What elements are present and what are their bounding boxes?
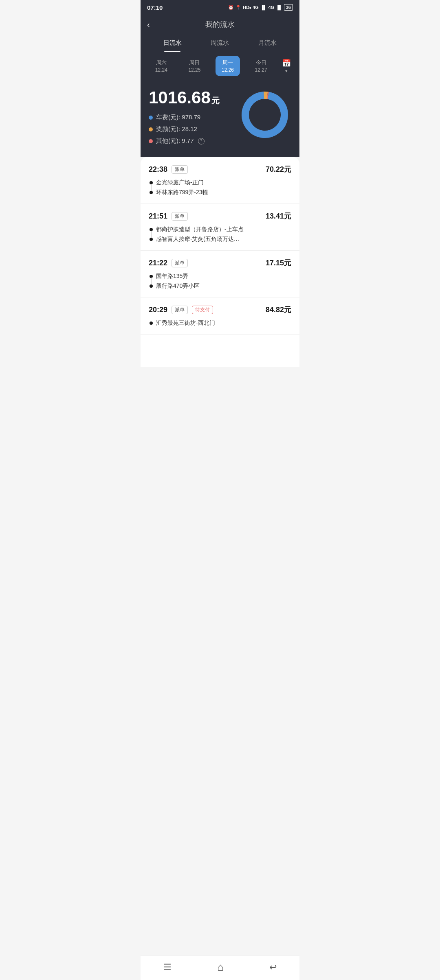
fare-dot xyxy=(149,116,153,120)
donut-svg xyxy=(238,88,291,141)
route-destination: 感智盲人按摩·艾灸(五角场万达… xyxy=(150,236,291,243)
status-bar: 07:10 ⏰ 📍 HD₂ 4G ▐▌ 4G ▐▌ 36 xyxy=(141,0,299,15)
breakdown-list: 车费(元): 978.79 奖励(元): 28.12 其他(元): 9.77 ? xyxy=(149,114,220,145)
signal-bars: ▐▌ xyxy=(260,5,267,10)
trip-item: 22:38 派单 70.22元 金光绿庭广场-正门 环林东路799弄-23幢 xyxy=(141,157,299,204)
route-destination: 环林东路799弄-23幢 xyxy=(150,189,291,196)
origin-dot xyxy=(150,322,153,325)
day-selector: 周六 12.24 周日 12.25 周一 12.26 今日 12.27 📅 ▾ xyxy=(141,52,299,80)
location-icon: 📍 xyxy=(235,5,241,10)
breakdown-bonus: 奖励(元): 28.12 xyxy=(149,125,220,133)
trip-meta: 22:38 派单 xyxy=(149,165,188,174)
total-amount: 1016.68元 xyxy=(149,88,220,107)
route-origin: 汇秀景苑三街坊-西北门 xyxy=(150,319,291,327)
trip-item: 21:51 派单 13.41元 都尚护肤造型（开鲁路店）-上车点 感智盲人按摩·… xyxy=(141,204,299,251)
help-icon[interactable]: ? xyxy=(198,138,205,144)
chevron-down-icon: ▾ xyxy=(285,68,288,74)
trip-route: 国年路135弄 殷行路470弄小区 xyxy=(149,273,291,290)
trip-meta: 20:29 派单 待支付 xyxy=(149,306,213,314)
home-button[interactable]: ⌂ xyxy=(217,961,224,973)
trip-meta: 21:22 派单 xyxy=(149,259,188,267)
trip-header: 21:51 派单 13.41元 xyxy=(149,211,291,221)
donut-chart xyxy=(238,88,291,141)
route-origin: 国年路135弄 xyxy=(150,273,291,280)
signal-bars-2: ▐▌ xyxy=(276,5,282,10)
trip-header: 20:29 派单 待支付 84.82元 xyxy=(149,305,291,315)
trip-header: 22:38 派单 70.22元 xyxy=(149,164,291,174)
bonus-dot xyxy=(149,127,153,131)
trip-route: 都尚护肤造型（开鲁路店）-上车点 感智盲人按摩·艾灸(五角场万达… xyxy=(149,226,291,243)
dest-dot xyxy=(150,238,153,241)
calendar-icon: 📅 xyxy=(282,59,291,68)
summary-section: 1016.68元 车费(元): 978.79 奖励(元): 28.12 其他(元… xyxy=(141,80,299,157)
trip-item: 21:22 派单 17.15元 国年路135弄 殷行路470弄小区 xyxy=(141,251,299,298)
page-title: 我的流水 xyxy=(205,20,235,29)
calendar-button[interactable]: 📅 ▾ xyxy=(282,59,291,74)
alarm-icon: ⏰ xyxy=(228,5,234,10)
day-sat[interactable]: 周六 12.24 xyxy=(149,56,174,76)
signal-4g-1: 4G xyxy=(253,5,259,10)
battery-icon: 36 xyxy=(284,4,293,11)
route-origin: 金光绿庭广场-正门 xyxy=(150,179,291,186)
breakdown-other: 其他(元): 9.77 ? xyxy=(149,137,220,145)
day-sun[interactable]: 周日 12.25 xyxy=(182,56,207,76)
header: ‹ 我的流水 xyxy=(141,15,299,34)
signal-4g-2: 4G xyxy=(268,5,274,10)
trip-meta: 21:51 派单 xyxy=(149,212,188,221)
tab-monthly[interactable]: 月流水 xyxy=(250,34,285,52)
trip-list: 22:38 派单 70.22元 金光绿庭广场-正门 环林东路799弄-23幢 2… xyxy=(141,157,299,367)
tab-bar: 日流水 周流水 月流水 xyxy=(141,34,299,52)
other-dot xyxy=(149,139,153,143)
trip-route: 汇秀景苑三街坊-西北门 xyxy=(149,319,291,327)
back-button[interactable]: ‹ xyxy=(147,20,150,29)
bottom-nav: ☰ ⌂ ↩ xyxy=(141,956,299,980)
breakdown-fare: 车费(元): 978.79 xyxy=(149,114,220,121)
trip-item: 20:29 派单 待支付 84.82元 汇秀景苑三街坊-西北门 xyxy=(141,298,299,335)
trip-header: 21:22 派单 17.15元 xyxy=(149,258,291,268)
hd-icon: HD₂ xyxy=(243,5,251,10)
route-destination: 殷行路470弄小区 xyxy=(150,282,291,290)
day-mon[interactable]: 周一 12.26 xyxy=(216,56,240,76)
tab-weekly[interactable]: 周流水 xyxy=(202,34,237,52)
svg-point-1 xyxy=(242,92,287,137)
menu-button[interactable]: ☰ xyxy=(163,962,172,973)
trip-route: 金光绿庭广场-正门 环林东路799弄-23幢 xyxy=(149,179,291,196)
status-icons: ⏰ 📍 HD₂ 4G ▐▌ 4G ▐▌ 36 xyxy=(228,4,293,11)
tab-daily[interactable]: 日流水 xyxy=(155,34,190,52)
dest-dot xyxy=(150,191,153,194)
route-origin: 都尚护肤造型（开鲁路店）-上车点 xyxy=(150,226,291,233)
status-time: 07:10 xyxy=(147,4,163,11)
back-nav-button[interactable]: ↩ xyxy=(269,962,277,973)
dest-dot xyxy=(150,284,153,288)
summary-left: 1016.68元 车费(元): 978.79 奖励(元): 28.12 其他(元… xyxy=(149,88,220,145)
day-today[interactable]: 今日 12.27 xyxy=(249,56,273,76)
